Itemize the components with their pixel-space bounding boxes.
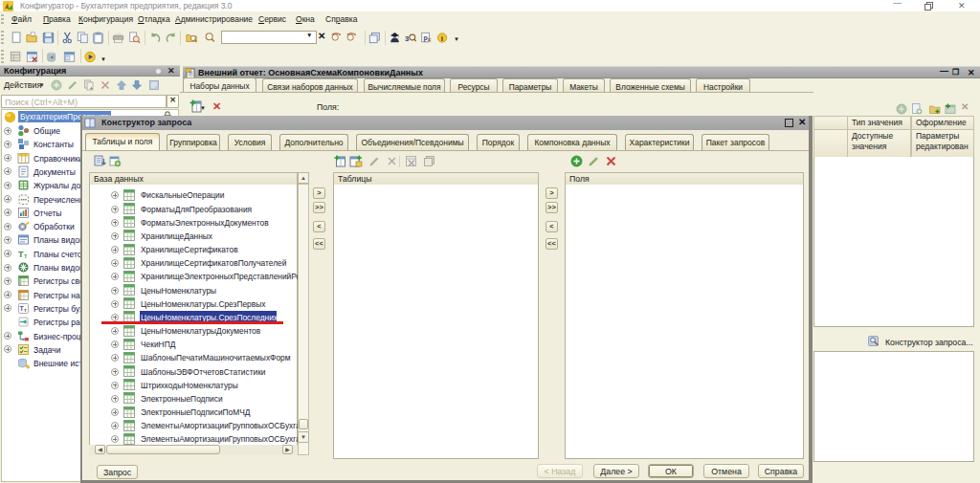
svg-text:р: р <box>423 34 427 42</box>
svg-text:i: i <box>441 34 443 43</box>
svg-text:т: т <box>24 307 27 313</box>
svg-text:т: т <box>24 252 28 259</box>
svg-text:з: з <box>405 33 410 43</box>
